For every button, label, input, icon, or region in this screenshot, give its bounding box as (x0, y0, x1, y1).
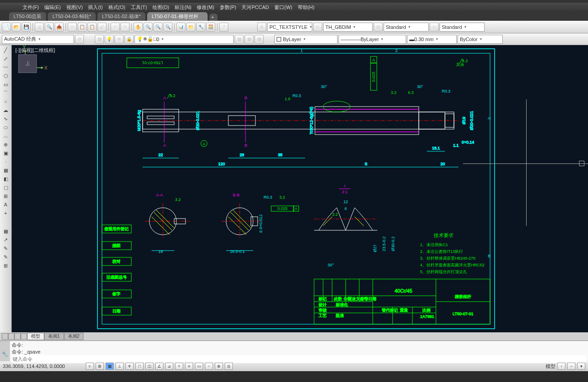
infer-icon[interactable]: ⊹ (86, 363, 94, 370)
m5-icon[interactable]: ⊞ (1, 261, 10, 270)
cmd-wrench-icon[interactable]: 🔧 (2, 351, 8, 357)
ducs-icon[interactable]: ⊿ (165, 363, 173, 370)
insert-icon[interactable]: ⊕ (1, 140, 10, 149)
m4-icon[interactable]: ✎ (1, 253, 10, 261)
calc-icon[interactable]: 🧮 (206, 23, 215, 32)
menu-draw[interactable]: 绘图(D) (153, 4, 169, 11)
qp-icon[interactable]: ▫ (205, 363, 213, 370)
zoom2-icon[interactable]: 🔍 (153, 23, 162, 32)
gradient-icon[interactable]: ◧ (1, 175, 10, 183)
pline-icon[interactable]: 〰 (1, 63, 10, 71)
line-icon[interactable]: ╱ (1, 46, 10, 54)
layout-prev-icon[interactable]: ◀ (8, 333, 14, 340)
layer-icon[interactable]: ▦ (95, 35, 104, 44)
layout-first-icon[interactable]: ⏮ (2, 333, 8, 340)
props-icon[interactable]: 📊 (176, 23, 185, 32)
otrack-icon[interactable]: ∠ (155, 363, 163, 370)
cut-icon[interactable]: ✂ (68, 23, 77, 32)
tablestyle-dropdown[interactable]: Standard (384, 23, 429, 32)
menu-param[interactable]: 参数(P) (220, 4, 236, 11)
menu-help[interactable]: 帮助(H) (298, 4, 315, 11)
m3-icon[interactable]: ✎ (1, 244, 10, 252)
cmd-icon[interactable]: ▶ (3, 345, 7, 351)
osnap-icon[interactable]: □ (135, 363, 144, 370)
layer7-icon[interactable]: ▦ (255, 35, 264, 44)
point-icon[interactable]: · (1, 158, 10, 166)
layout-2[interactable]: 布局2 (64, 333, 84, 340)
viewcube[interactable]: 上 (12, 48, 43, 79)
zoom-icon[interactable]: 🔍 (144, 23, 153, 32)
addsel-icon[interactable]: + (1, 209, 10, 217)
tab-2[interactable]: LT50-01-02-箱体* (97, 12, 145, 21)
ws-settings-icon[interactable]: ⚙ (75, 35, 84, 44)
menu-view[interactable]: 视图(V) (66, 4, 83, 11)
revcloud-icon[interactable]: ☁ (1, 106, 10, 114)
tab-3[interactable]: LT50-07-01-梯形丝杆× (147, 12, 208, 21)
ortho-icon[interactable]: ⊥ (116, 363, 124, 370)
lwt-icon[interactable]: ≡ (185, 363, 193, 370)
menu-insert[interactable]: 插入(I) (88, 4, 102, 11)
menu-window[interactable]: 窗口(W) (274, 4, 292, 11)
block-icon[interactable]: ▣ (1, 149, 10, 157)
layer-dropdown[interactable]: 💡❄🔓□ 0 (134, 35, 234, 44)
tpy-icon[interactable]: ▭ (195, 363, 203, 370)
menu-tools[interactable]: 工具(T) (131, 4, 147, 11)
dimstyle-dropdown[interactable]: TH_GBDIM (323, 23, 373, 32)
preview-icon[interactable]: 🔍 (45, 23, 54, 32)
layer2-icon[interactable]: 💡 (105, 35, 114, 44)
menu-file[interactable]: 文件(F) (23, 4, 39, 11)
help-icon[interactable]: ? (219, 23, 228, 32)
am-icon[interactable]: ◎ (225, 363, 233, 370)
polygon-icon[interactable]: ⬠ (1, 72, 10, 80)
earc-icon[interactable]: ⌓ (1, 132, 10, 140)
hatch-icon[interactable]: ▦ (1, 166, 10, 174)
open-icon[interactable]: 📂 (12, 23, 21, 32)
st2-icon[interactable]: ▫ (567, 363, 575, 370)
match-icon[interactable]: 🖌 (97, 23, 106, 32)
command-input[interactable] (12, 355, 586, 363)
tab-0[interactable]: LT50-00总装 (9, 12, 46, 21)
model-label[interactable]: 模型 (546, 363, 556, 370)
layout-1[interactable]: 布局1 (44, 333, 64, 340)
standard-dropdown[interactable]: Standard (440, 23, 485, 32)
linetype-dropdown[interactable]: ———— ByLayer (338, 35, 406, 44)
circle-icon[interactable]: ○ (1, 98, 10, 106)
workspace-dropdown[interactable]: AutoCAD 经典 (2, 35, 74, 44)
layer4-icon[interactable]: 🔒 (125, 35, 134, 44)
snap-icon[interactable]: ⊞ (96, 363, 104, 370)
spline-icon[interactable]: ∿ (1, 115, 10, 123)
3dosnap-icon[interactable]: ◫ (145, 363, 153, 370)
st1-icon[interactable]: ▫ (557, 363, 565, 370)
ellipse-icon[interactable]: ⬭ (1, 123, 10, 131)
plotstyle-dropdown[interactable]: ByColor (458, 35, 503, 44)
tablestyle-icon[interactable]: ⊞ (374, 23, 383, 32)
copy-icon[interactable]: 📋 (78, 23, 87, 32)
tool-icon[interactable]: 🔧 (196, 23, 205, 32)
sc-icon[interactable]: ⊕ (215, 363, 223, 370)
undo-icon[interactable]: ↶ (111, 23, 120, 32)
m2-icon[interactable]: ↗ (1, 236, 10, 244)
new-tab-button[interactable]: + (209, 14, 218, 21)
rect-icon[interactable]: ▭ (1, 80, 10, 89)
layer3-icon[interactable]: ❄ (115, 35, 124, 44)
menu-modify[interactable]: 修改(M) (197, 4, 214, 11)
save-icon[interactable]: 💾 (22, 23, 31, 32)
lineweight-dropdown[interactable]: ▬ 0.30 mm (407, 35, 457, 44)
layout-model[interactable]: 模型 (27, 333, 44, 340)
mlstyle-icon[interactable]: ≡ (430, 23, 439, 32)
paste-icon[interactable]: 📋 (88, 23, 97, 32)
m1-icon[interactable]: ▦ (1, 227, 10, 235)
menu-format[interactable]: 格式(O) (108, 4, 125, 11)
table-icon[interactable]: ⊞ (1, 192, 10, 200)
polar-icon[interactable]: ✛ (125, 363, 134, 370)
menu-edit[interactable]: 编辑(E) (44, 4, 61, 11)
layout-next-icon[interactable]: ▶ (14, 333, 21, 340)
xline-icon[interactable]: ⤢ (1, 55, 10, 63)
menu-pccad[interactable]: 天河PCCAD (241, 4, 269, 11)
redo-icon[interactable]: ↷ (120, 23, 130, 32)
publish-icon[interactable]: 📤 (55, 23, 64, 32)
close-icon[interactable]: × (200, 14, 203, 19)
dcc-icon[interactable]: 📁 (186, 23, 195, 32)
new-icon[interactable]: 📄 (2, 23, 11, 32)
mtext-icon[interactable]: A (1, 200, 10, 209)
